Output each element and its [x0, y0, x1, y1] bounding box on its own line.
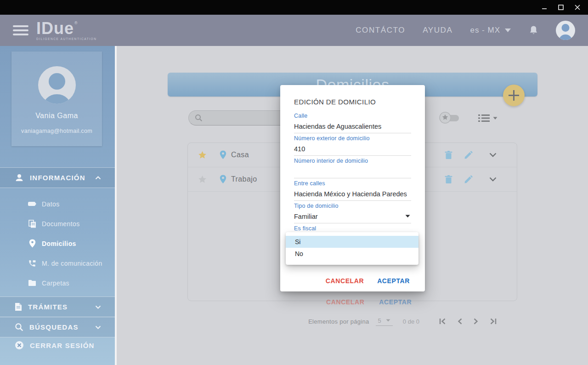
- sidebar-item-carpetas[interactable]: Carpetas: [0, 273, 115, 293]
- avatar-body: [559, 34, 572, 40]
- list-view-selector[interactable]: [478, 114, 498, 122]
- caret-down-icon[interactable]: [405, 215, 410, 218]
- background-form-actions: CANCELAR ACEPTAR: [326, 298, 412, 306]
- language-selector[interactable]: es - MX: [470, 26, 511, 35]
- sidebar-item-label: Datos: [42, 200, 60, 208]
- field-entre-calles[interactable]: Entre calles Hacienda México y Hacienda …: [294, 180, 411, 201]
- brand-subtitle: DILIGENCE AUTHENTICATION: [36, 37, 97, 40]
- chevron-down-icon: [95, 305, 101, 309]
- avatar-head: [562, 24, 570, 32]
- dropdown-option-si[interactable]: Si: [286, 236, 418, 248]
- brand-name: IDue: [36, 20, 74, 37]
- accept-button[interactable]: ACEPTAR: [379, 298, 412, 306]
- dialog-title: EDICIÓN DE DOMICILIO: [294, 98, 411, 106]
- field-tipo-domicilio[interactable]: Tipo de domicilio Familiar: [294, 203, 411, 223]
- user-avatar-button[interactable]: [556, 21, 575, 40]
- chevron-left-icon: [457, 318, 463, 325]
- user-card: Vania Gama vaniagamag@hotmail.com: [11, 51, 102, 146]
- brand-logo: IDue ® DILIGENCE AUTHENTICATION: [36, 20, 97, 40]
- person-icon: [15, 173, 24, 182]
- nav-help[interactable]: AYUDA: [423, 26, 452, 35]
- window-titlebar: [0, 0, 588, 15]
- dropdown-option-no[interactable]: No: [286, 248, 418, 260]
- notifications-bell-icon[interactable]: [529, 25, 538, 36]
- chevron-down-icon: [489, 177, 497, 182]
- expand-row-button[interactable]: [489, 153, 497, 157]
- field-label: Entre calles: [294, 180, 411, 187]
- pagination-bar: Elementos por página 5 0 de 0: [117, 314, 497, 328]
- previous-page-button[interactable]: [457, 318, 463, 325]
- field-calle[interactable]: Calle Haciendas de Aguascalientes: [294, 113, 411, 133]
- accept-button[interactable]: ACEPTAR: [377, 277, 410, 285]
- maximize-icon: [558, 5, 564, 10]
- delete-button[interactable]: [445, 151, 452, 160]
- sidebar-section-informacion[interactable]: INFORMACIÓN: [0, 167, 115, 188]
- location-pin-icon: [27, 239, 37, 248]
- page-range-label: 0 de 0: [403, 318, 419, 325]
- delete-button[interactable]: [445, 175, 452, 184]
- last-page-icon: [489, 318, 497, 325]
- pencil-icon: [464, 175, 473, 184]
- sidebar-item-comunicacion[interactable]: M. de comunicación: [0, 253, 115, 273]
- next-page-button[interactable]: [473, 318, 479, 325]
- caret-down-icon: [504, 28, 511, 33]
- chevron-up-icon: [95, 176, 101, 180]
- menu-icon[interactable]: [13, 25, 28, 35]
- expand-row-button[interactable]: [489, 177, 497, 182]
- chevron-right-icon: [473, 318, 479, 325]
- caret-down-icon: [493, 117, 498, 120]
- sidebar-item-domicilios[interactable]: Domicilios: [0, 234, 115, 253]
- address-label: Casa: [231, 151, 249, 159]
- close-icon: [575, 5, 580, 10]
- field-value[interactable]: 410: [294, 145, 411, 154]
- pencil-icon: [464, 151, 473, 160]
- edit-button[interactable]: [464, 151, 473, 160]
- first-page-button[interactable]: [439, 318, 447, 325]
- registered-mark: ®: [74, 21, 78, 25]
- favorite-star-icon[interactable]: [198, 175, 207, 183]
- user-email: vaniagamag@hotmail.com: [21, 128, 92, 134]
- section-label: INFORMACIÓN: [30, 174, 85, 182]
- app-header: IDue ® DILIGENCE AUTHENTICATION CONTÁCTO…: [0, 15, 588, 46]
- last-page-button[interactable]: [489, 318, 497, 325]
- favorite-star-icon[interactable]: [198, 151, 207, 159]
- sidebar-item-documentos[interactable]: Documentos: [0, 214, 115, 234]
- cancel-button[interactable]: CANCELAR: [326, 298, 364, 306]
- phone-icon: [27, 259, 37, 268]
- field-value[interactable]: [294, 167, 411, 176]
- trash-icon: [445, 151, 452, 160]
- field-label: Número interior de domicilio: [294, 158, 411, 165]
- sidebar-section-tramites[interactable]: TRÁMITES: [0, 297, 115, 317]
- avatar: [38, 66, 76, 104]
- cancel-button[interactable]: CANCELAR: [326, 277, 364, 285]
- page-size-select[interactable]: 5: [376, 317, 393, 326]
- maximize-button[interactable]: [554, 1, 568, 13]
- field-value[interactable]: Hacienda México y Hacienda Paredes: [294, 190, 411, 199]
- favorites-filter-toggle[interactable]: [439, 112, 460, 124]
- add-address-button[interactable]: [503, 85, 525, 106]
- field-numero-interior[interactable]: Número interior de domicilio: [294, 158, 411, 178]
- field-numero-exterior[interactable]: Número exterior de domicilio 410: [294, 135, 411, 156]
- edit-button[interactable]: [464, 175, 473, 184]
- field-value[interactable]: Familiar: [294, 212, 411, 221]
- folder-icon: [27, 279, 37, 286]
- location-pin-icon: [220, 175, 226, 184]
- close-button[interactable]: [571, 1, 584, 13]
- minimize-button[interactable]: [537, 1, 551, 13]
- field-label: Es fiscal: [294, 225, 411, 232]
- logout-button[interactable]: CERRAR SESIÓN: [0, 337, 115, 353]
- close-circle-icon: [15, 341, 24, 350]
- field-label: Tipo de domicilio: [294, 203, 411, 210]
- section-label: TRÁMITES: [28, 303, 68, 311]
- nav-contact[interactable]: CONTÁCTO: [356, 26, 405, 35]
- page-size-value: 5: [378, 317, 381, 324]
- documents-icon: [27, 220, 37, 228]
- first-page-icon: [439, 318, 447, 325]
- sidebar-item-datos[interactable]: Datos: [0, 194, 115, 214]
- field-value[interactable]: Haciendas de Aguascalientes: [294, 122, 411, 131]
- sidebar-item-label: Domicilios: [42, 240, 76, 247]
- field-es-fiscal[interactable]: Es fiscal: [294, 225, 411, 232]
- items-per-page-label: Elementos por página: [308, 318, 369, 325]
- sidebar-section-busquedas[interactable]: BÚSQUEDAS: [0, 317, 115, 337]
- sidebar-scrollbar[interactable]: [115, 46, 117, 365]
